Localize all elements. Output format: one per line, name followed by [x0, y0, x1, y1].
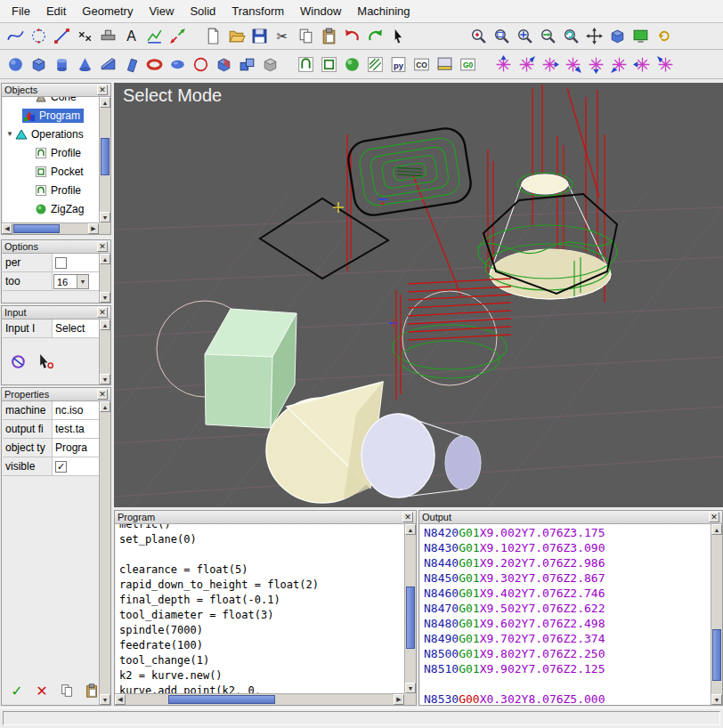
scroll-up-icon[interactable]: ▲ — [100, 320, 110, 330]
menu-geometry[interactable]: Geometry — [74, 2, 141, 20]
scrollbar-thumb[interactable] — [13, 224, 60, 233]
iso-view-icon[interactable] — [605, 25, 629, 48]
objects-tree[interactable]: Cone Program ▼ Operations Profile — [3, 97, 99, 222]
chevron-down-icon[interactable]: ▼ — [77, 275, 88, 288]
objects-horizontal-scrollbar[interactable]: ◀ ▶ — [2, 222, 99, 234]
close-icon[interactable]: ✕ — [97, 241, 108, 252]
postprocess-icon[interactable] — [433, 53, 456, 76]
scroll-down-icon[interactable]: ▼ — [100, 292, 110, 303]
menu-window[interactable]: Window — [292, 2, 349, 20]
paste-properties-button[interactable] — [83, 682, 101, 700]
undo-icon[interactable] — [340, 25, 363, 48]
endpoint-snap-icon[interactable] — [491, 53, 515, 76]
wedge-icon[interactable] — [96, 53, 119, 76]
menu-solid[interactable]: Solid — [182, 2, 223, 20]
plot-icon[interactable] — [142, 25, 166, 48]
adaptive-operation-icon[interactable] — [363, 53, 386, 76]
viewport-3d[interactable]: Select Mode — [114, 83, 723, 507]
ellipsoid-icon[interactable] — [166, 53, 189, 76]
property-row[interactable]: machine nc.iso — [3, 401, 99, 420]
subtract-solid-icon[interactable] — [212, 53, 235, 76]
copy-icon[interactable] — [294, 25, 317, 48]
redo-icon[interactable] — [363, 25, 386, 48]
intersection-snap-icon[interactable] — [515, 53, 538, 76]
open-file-icon[interactable] — [224, 25, 248, 48]
zoom-window-icon[interactable] — [490, 25, 513, 48]
scroll-down-icon[interactable]: ▼ — [100, 374, 110, 384]
menu-edit[interactable]: Edit — [38, 2, 74, 20]
torus-icon[interactable] — [142, 53, 166, 76]
circle-sketch-icon[interactable] — [189, 53, 212, 76]
copy-properties-button[interactable] — [58, 682, 76, 700]
apply-changes-button[interactable]: ✓ — [8, 682, 26, 700]
zigzag-operation-icon[interactable] — [340, 53, 363, 76]
line-icon[interactable] — [50, 25, 73, 48]
digitize-icon[interactable] — [8, 351, 29, 372]
midpoint-snap-icon[interactable] — [538, 53, 561, 76]
program-vertical-scrollbar[interactable]: ▲ ▼ — [404, 524, 416, 693]
scroll-down-icon[interactable]: ▼ — [711, 694, 722, 705]
zoom-extents-icon[interactable] — [513, 25, 536, 48]
menu-transform[interactable]: Transform — [223, 2, 292, 20]
property-value[interactable]: Progra — [53, 439, 99, 457]
vertex-snap-icon[interactable] — [654, 53, 677, 76]
tree-item-profile-1[interactable]: Profile — [3, 143, 99, 162]
cylinder-icon[interactable] — [50, 53, 73, 76]
perspective-checkbox[interactable] — [55, 257, 67, 269]
scroll-left-icon[interactable]: ◀ — [115, 694, 126, 705]
scroll-down-icon[interactable]: ▼ — [100, 694, 110, 705]
block-icon[interactable] — [258, 53, 281, 76]
property-row[interactable]: object ty Progra — [3, 439, 99, 457]
scroll-up-icon[interactable]: ▲ — [405, 524, 416, 535]
scroll-up-icon[interactable]: ▲ — [711, 524, 722, 535]
input-scrollbar[interactable]: ▲ ▼ — [99, 320, 110, 384]
tree-item-profile-2[interactable]: Profile — [3, 181, 99, 199]
pick-arrow-icon[interactable] — [35, 351, 56, 372]
scroll-down-icon[interactable]: ▼ — [405, 683, 416, 693]
cut-icon[interactable]: ✂ — [271, 25, 294, 48]
text-icon[interactable]: A — [119, 25, 142, 48]
program-code-editor[interactable]: metric() set_plane(0) clearance = float(… — [116, 524, 404, 693]
menu-view[interactable]: View — [141, 2, 182, 20]
circle-points-icon[interactable] — [27, 25, 50, 48]
visible-checkbox[interactable]: ✓ — [55, 461, 67, 473]
scrollbar-thumb[interactable] — [406, 586, 415, 649]
rotate-view-icon[interactable] — [559, 25, 582, 48]
convert-arrows-icon[interactable] — [166, 25, 189, 48]
profile-operation-icon[interactable] — [294, 53, 317, 76]
scroll-right-icon[interactable]: ▶ — [88, 223, 99, 234]
close-icon[interactable]: ✕ — [402, 512, 413, 522]
close-icon[interactable]: ✕ — [97, 389, 108, 400]
property-value[interactable]: test.ta — [53, 420, 99, 438]
property-row[interactable]: visible ✓ — [3, 457, 99, 476]
options-scrollbar[interactable]: ▲ ▼ — [99, 254, 110, 303]
scroll-up-icon[interactable]: ▲ — [100, 97, 110, 108]
property-row[interactable]: output fi test.ta — [3, 420, 99, 439]
save-file-icon[interactable] — [248, 25, 271, 48]
input-mode-value[interactable]: Select — [53, 320, 99, 337]
redraw-icon[interactable] — [652, 25, 675, 48]
scroll-right-icon[interactable]: ▶ — [394, 694, 404, 705]
python-script-icon[interactable]: py — [386, 53, 410, 76]
scroll-up-icon[interactable]: ▲ — [100, 401, 110, 412]
zoom-in-icon[interactable] — [467, 25, 490, 48]
clamp-icon[interactable] — [96, 25, 119, 48]
zoom-previous-icon[interactable] — [536, 25, 559, 48]
expander-icon[interactable]: ▼ — [6, 130, 15, 138]
sphere-icon[interactable] — [4, 53, 27, 76]
union-solid-icon[interactable] — [235, 53, 258, 76]
pocket-operation-icon[interactable] — [317, 53, 340, 76]
close-icon[interactable]: ✕ — [97, 307, 108, 318]
viewport-3d-scene[interactable] — [114, 83, 723, 507]
full-screen-icon[interactable] — [629, 25, 652, 48]
scrollbar-thumb[interactable] — [168, 695, 275, 704]
tree-item-cone[interactable]: Cone — [3, 97, 99, 106]
prism-icon[interactable] — [119, 53, 142, 76]
scrollbar-thumb[interactable] — [101, 138, 110, 175]
gcode-output-view[interactable]: N8420G01X9.002Y7.076Z3.175 N8430G01X9.10… — [420, 524, 711, 705]
pan-view-icon[interactable] — [582, 25, 605, 48]
scroll-up-icon[interactable]: ▲ — [100, 254, 110, 264]
cancel-changes-button[interactable]: ✕ — [33, 682, 51, 700]
center-snap-icon[interactable] — [561, 53, 584, 76]
points-icon[interactable] — [73, 25, 96, 48]
